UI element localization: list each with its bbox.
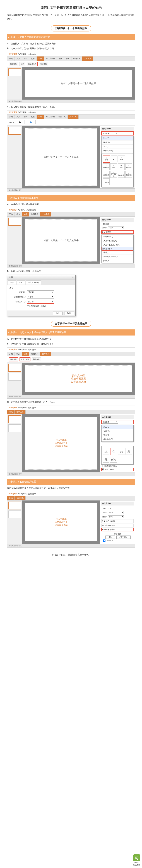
effect-fly[interactable]: ✈飞入 bbox=[110, 448, 117, 455]
tab-design[interactable]: 设计 bbox=[22, 115, 29, 119]
tab-text[interactable]: 文本工具 bbox=[40, 352, 51, 356]
anim-item[interactable]: 0 ★ 插入文本框 bbox=[101, 519, 134, 523]
tab-anim[interactable]: 动画 bbox=[37, 115, 44, 119]
anim-item-1[interactable]: 1 ★ 文本框 bbox=[101, 230, 134, 234]
tab-text[interactable]: 文本工具 bbox=[40, 212, 51, 216]
menu-path[interactable]: 动作路径(P) bbox=[102, 437, 134, 441]
anim-btn[interactable]: 动画 bbox=[20, 62, 25, 66]
effect-checker[interactable]: ▦棋盘 bbox=[118, 163, 125, 170]
effect-circle[interactable]: ○圆形扩展 bbox=[110, 456, 117, 463]
tab-draw[interactable]: 绘图工具 bbox=[57, 115, 68, 119]
tab-trans[interactable]: 切换 bbox=[29, 115, 37, 119]
effect-appear[interactable]: ✦出现 bbox=[103, 448, 109, 455]
effect-box[interactable]: □盒状 bbox=[118, 156, 125, 162]
tab-text[interactable]: 文本工具 bbox=[15, 410, 26, 414]
slide-thumb[interactable] bbox=[8, 415, 21, 423]
ctx-effect-opt[interactable]: 效果选项(E)... bbox=[102, 247, 134, 251]
text-select[interactable]: 按字母▾ bbox=[27, 300, 54, 304]
effect-fly[interactable]: ✈飞入 bbox=[111, 156, 117, 162]
anim-item[interactable]: ★ 设置效果选项 bbox=[101, 528, 134, 531]
tab-insert[interactable]: 插入 bbox=[15, 352, 22, 356]
slide-thumb[interactable] bbox=[8, 373, 21, 380]
tab-start[interactable]: 开始 bbox=[7, 57, 15, 61]
dir-select[interactable]: 自底部▾ bbox=[108, 511, 124, 514]
custom-anim-btn[interactable]: 自定义动画 bbox=[27, 62, 37, 66]
tab-draw[interactable]: 绘图工具 bbox=[29, 352, 40, 356]
add-effect-btn[interactable]: 添加效果▾ bbox=[102, 132, 118, 135]
tab-view[interactable]: 视图 bbox=[64, 57, 72, 61]
slide-thumb[interactable] bbox=[8, 510, 21, 518]
tab-draw[interactable]: 绘图工具 bbox=[72, 57, 82, 61]
menu-enter[interactable]: 进入(E) bbox=[102, 136, 134, 141]
start-select[interactable]: 单击时▾ bbox=[108, 226, 124, 229]
preview-btn[interactable]: 预览效果 bbox=[9, 62, 18, 66]
radio-icon[interactable] bbox=[102, 468, 104, 470]
tab-anim[interactable]: 动画 bbox=[22, 352, 29, 356]
tab-start[interactable]: 开始 bbox=[7, 352, 15, 356]
autoprev-checkbox[interactable] bbox=[103, 539, 106, 542]
slide-thumb[interactable] bbox=[8, 364, 21, 372]
effect-checker[interactable]: ▦棋盘 bbox=[103, 456, 109, 463]
ctx-show-adv[interactable]: 显示高级日程表(S) bbox=[102, 255, 134, 259]
slide-thumb[interactable] bbox=[8, 68, 21, 76]
slide-thumb[interactable] bbox=[8, 218, 21, 225]
effect-circle[interactable]: ○圆形扩展 bbox=[125, 171, 132, 178]
tab-insert[interactable]: 插入 bbox=[15, 115, 22, 119]
menu-exit[interactable]: 退出(X) bbox=[102, 433, 134, 437]
effect-random[interactable]: ？随机效果 bbox=[118, 171, 125, 178]
opt-all-para[interactable]: 所有段落同时(A) bbox=[105, 465, 117, 467]
tab-draw[interactable]: 绘图工具 bbox=[29, 212, 40, 216]
effect-appear[interactable]: ✦出现 bbox=[103, 156, 110, 163]
cancel-button[interactable]: 取消 bbox=[64, 312, 74, 315]
menu-exit[interactable]: 退出(X) bbox=[102, 145, 134, 149]
after-select[interactable]: 不变暗▾ bbox=[27, 295, 54, 299]
sound-select[interactable]: [无声音]▾ bbox=[27, 290, 54, 294]
close-icon[interactable]: × bbox=[73, 276, 74, 279]
ctx-after-prev[interactable]: 从上一项之后开始(A) bbox=[102, 243, 134, 247]
effect-slow[interactable]: →缓慢进入 bbox=[103, 163, 110, 170]
dlg-tab-timing[interactable]: 计时 bbox=[17, 280, 25, 285]
tab-show[interactable]: 幻灯片放映 bbox=[44, 57, 57, 61]
menu-emphasis[interactable]: 强调(M) bbox=[102, 141, 134, 145]
effect-box[interactable]: □盒状 bbox=[118, 448, 125, 455]
tab-insert[interactable]: 插入 bbox=[15, 57, 22, 61]
menu-path[interactable]: 动作路径(P) bbox=[102, 149, 134, 153]
tab-text[interactable]: 文本工具 bbox=[15, 496, 26, 500]
ctx-timing[interactable]: 计时(T)... bbox=[102, 251, 134, 255]
tab-anim[interactable]: 动画 bbox=[22, 212, 29, 216]
effect-cross[interactable]: ✚十字形扩展 bbox=[110, 171, 117, 178]
menu-enter[interactable]: 进入(E) bbox=[102, 425, 134, 429]
canvas[interactable]: 如何让文字是一个一个进入的效果 bbox=[25, 128, 97, 186]
tab-show[interactable]: 幻灯片放映 bbox=[44, 115, 57, 119]
trans-btn[interactable]: 切换效果 bbox=[32, 358, 41, 361]
slideshow-button[interactable]: 幻灯片播放 bbox=[116, 535, 131, 539]
effect-diamond[interactable]: ◇菱形 bbox=[110, 163, 117, 170]
add-effect-btn[interactable]: 添加效果▾ bbox=[102, 421, 118, 424]
tab-insert[interactable]: 插入 bbox=[15, 212, 22, 216]
custom-anim-btn[interactable]: 自定义动画 bbox=[20, 357, 30, 362]
tab-review[interactable]: 审阅 bbox=[57, 57, 64, 61]
trans-btn[interactable]: 切换效果 bbox=[39, 62, 48, 66]
radio-icon[interactable] bbox=[103, 465, 105, 467]
tab-anim[interactable]: 动画 bbox=[7, 496, 15, 500]
dlg-tab-text[interactable]: 正文文本动画 bbox=[26, 280, 41, 285]
anim-item[interactable]: ★ 添加动画效果 bbox=[101, 524, 134, 527]
tab-design[interactable]: 设计 bbox=[22, 57, 29, 61]
tab-trans[interactable]: 切换 bbox=[29, 57, 37, 61]
tab-text[interactable]: 文本工具 bbox=[68, 115, 79, 119]
start-select[interactable]: 之后▾ bbox=[108, 507, 123, 510]
menu-emphasis[interactable]: 强调(M) bbox=[102, 429, 134, 433]
tab-start[interactable]: 开始 bbox=[7, 115, 15, 119]
ctx-click-start[interactable]: 单击开始(C) bbox=[102, 235, 134, 239]
slide-thumb[interactable] bbox=[8, 127, 21, 134]
tab-text[interactable]: 文本工具 bbox=[82, 57, 93, 61]
dlg-tab-effect[interactable]: 效果 bbox=[8, 280, 16, 285]
ok-button[interactable]: 确定 bbox=[53, 312, 63, 315]
preview-btn[interactable]: 预览效果 bbox=[9, 357, 18, 362]
slide-thumb[interactable] bbox=[8, 502, 21, 509]
tab-anim[interactable]: 动画 bbox=[37, 57, 44, 61]
speed-select[interactable]: 非常快▾ bbox=[108, 515, 124, 518]
slide-thumb[interactable] bbox=[8, 424, 21, 432]
ctx-remove[interactable]: 删除(R) bbox=[102, 259, 134, 263]
effect-other[interactable]: …其他效果 bbox=[103, 178, 110, 185]
